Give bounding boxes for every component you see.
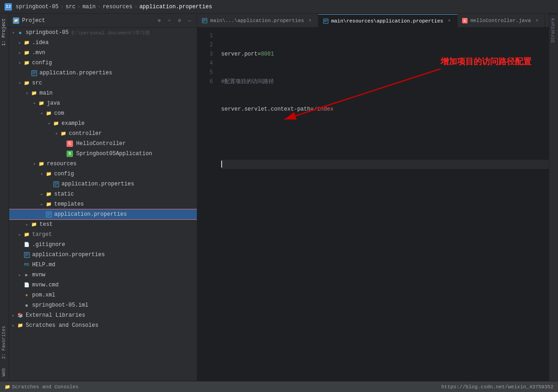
editor-area: main\...\application.properties × main\r… [197, 14, 549, 381]
tree-item-iml[interactable]: ◼ springboot-05.iml [9, 300, 197, 310]
tree-arrow-controller [53, 130, 60, 137]
xml-icon-pom: ♦ [23, 291, 30, 299]
app-icon: IJ [5, 3, 12, 11]
status-url[interactable]: https://blog.csdn.net/weixin_43759352 [441, 384, 553, 390]
tree-item-templates[interactable]: 📁 templates [9, 199, 197, 209]
sidebar-label-web[interactable]: Web [0, 364, 9, 381]
tree-item-com[interactable]: 📁 com [9, 108, 197, 118]
tree-item-res-config[interactable]: 📁 config [9, 169, 197, 179]
tree-label-external-libs: External Libraries [26, 312, 85, 319]
tree-label-help: HELP.md [32, 262, 55, 268]
sidebar-label-project[interactable]: 1: Project [0, 14, 9, 50]
sidebar-label-structure[interactable]: Structure [549, 14, 558, 46]
tab-label-main-app-props: main\...\application.properties [210, 18, 304, 23]
tree-arrow-scratches [10, 322, 17, 329]
tab-main-app-props[interactable]: main\...\application.properties × [197, 14, 318, 27]
tree-item-config-app-props[interactable]: application.properties [9, 68, 197, 78]
tree-arrow-templates [39, 201, 45, 207]
tree-arrow-com [39, 110, 45, 117]
tree-item-config[interactable]: 📁 config [9, 58, 197, 68]
folder-icon-main: 📁 [30, 90, 38, 97]
line-numbers: 1 2 3 4 5 6 [197, 28, 216, 381]
tree-label-static: static [54, 191, 74, 197]
tree-label-src: src [32, 80, 42, 86]
status-url-text: https://blog.csdn.net/weixin_43759352 [441, 384, 553, 390]
tree-item-mvnw-cmd[interactable]: 📄 mvnw.cmd [9, 280, 197, 290]
tree-item-pom[interactable]: ♦ pom.xml [9, 290, 197, 300]
tree-item-res-app-props[interactable]: application.properties [9, 179, 197, 189]
tree-label-res-app-props: application.properties [61, 181, 134, 187]
project-tree[interactable]: ◼ springboot-05 E:\personal document\学习资… [9, 28, 197, 381]
tree-arrow-mvn [17, 50, 23, 56]
tree-item-help[interactable]: MD HELP.md [9, 260, 197, 270]
tree-item-springboot-app[interactable]: S Springboot05Application [9, 149, 197, 159]
tab-close-res[interactable]: × [446, 18, 452, 24]
tree-item-target[interactable]: 📁 target [9, 230, 197, 240]
properties-icon-root [23, 251, 30, 258]
tree-item-controller[interactable]: 📁 controller [9, 129, 197, 139]
svg-rect-20 [324, 18, 328, 23]
folder-icon-java: 📁 [38, 100, 45, 107]
tree-arrow-example [46, 120, 52, 127]
tab-res-app-props[interactable]: main\resources\application.properties × [318, 14, 458, 27]
tab-close-main[interactable]: × [307, 17, 313, 24]
tree-arrow-config [17, 60, 23, 66]
code-line-4 [221, 132, 549, 141]
tree-item-hello-controller[interactable]: C HelloController [9, 139, 197, 149]
tree-label-idea: .idea [32, 39, 49, 46]
tree-label-com: com [54, 110, 64, 117]
tree-arrow-mvnw [17, 272, 23, 278]
tree-arrow-res-config [39, 171, 45, 177]
tab-hello-controller[interactable]: C HelloController.java × [458, 14, 545, 27]
tree-item-static[interactable]: 📁 static [9, 189, 197, 199]
status-scratches: 📁 Scratches and Consoles [5, 384, 78, 390]
folder-icon-mvn: 📁 [23, 49, 30, 56]
tab-close-hello[interactable]: × [534, 17, 540, 24]
settings-icon[interactable]: ⚙ [176, 17, 183, 24]
tree-label-mvn: .mvn [32, 50, 45, 56]
code-editor[interactable]: server.port=8081 #配置项目的访问路径 server.servl… [216, 28, 549, 381]
tree-label-config-app-props: application.properties [39, 70, 112, 76]
tree-item-src[interactable]: 📁 src [9, 78, 197, 88]
add-icon[interactable]: ⊕ [156, 17, 163, 24]
minimize-icon[interactable]: — [186, 17, 193, 24]
tree-label-res-config: config [54, 171, 74, 177]
tree-label-app-props-selected: application.properties [54, 211, 127, 218]
tree-label-hello-controller: HelloController [76, 140, 126, 147]
editor-content[interactable]: 1 2 3 4 5 6 server.port=8081 #配置项目的访问路径 … [197, 28, 549, 381]
tree-item-scratches[interactable]: 📁 Scratches and Consoles [9, 320, 197, 330]
folder-icon-src: 📁 [23, 79, 30, 87]
tree-arrow-resources [31, 161, 38, 167]
tree-arrow-src [17, 80, 23, 86]
tree-item-root[interactable]: ◼ springboot-05 E:\personal document\学习资 [9, 28, 197, 38]
tree-item-resources[interactable]: 📁 resources [9, 159, 197, 169]
breadcrumb: springboot-05 › src › main › resources ›… [16, 4, 212, 10]
tree-item-external-libs[interactable]: 📚 External Libraries [9, 310, 197, 320]
tree-item-mvnw[interactable]: ▶ mvnw [9, 270, 197, 280]
folder-icon-res-config: 📁 [45, 170, 52, 178]
editor-tabs: main\...\application.properties × main\r… [197, 14, 549, 28]
tree-item-mvn[interactable]: 📁 .mvn [9, 48, 197, 58]
tree-item-test[interactable]: 📁 test [9, 219, 197, 230]
sidebar-label-favorites[interactable]: 2: Favorites [0, 321, 9, 364]
code-line-5 [221, 160, 549, 169]
tree-item-idea[interactable]: 📁 .idea [9, 38, 197, 48]
tree-item-app-props-root[interactable]: application.properties [9, 250, 197, 260]
tree-arrow-root [10, 29, 17, 36]
class-icon-app: S [67, 150, 74, 157]
tree-item-app-props-selected[interactable]: application.properties [9, 209, 197, 219]
gitignore-icon: 📄 [23, 241, 30, 248]
tree-item-gitignore[interactable]: 📄 .gitignore [9, 240, 197, 250]
line-num-4: 4 [197, 59, 213, 68]
folder-icon-scratches: 📁 [17, 322, 24, 329]
folder-icon-com: 📁 [45, 110, 52, 117]
tree-item-example[interactable]: 📁 example [9, 118, 197, 129]
folder-icon-resources: 📁 [38, 160, 45, 168]
tree-arrow-test [24, 221, 30, 228]
tree-item-java[interactable]: 📁 java [9, 98, 197, 108]
split-icon[interactable]: ÷ [166, 17, 173, 24]
tree-label-mvnw: mvnw [32, 272, 45, 278]
project-panel-header: 📁 Project ⊕ ÷ ⚙ — [9, 14, 197, 28]
tree-item-main[interactable]: 📁 main [9, 88, 197, 98]
folder-icon-controller: 📁 [60, 130, 67, 137]
